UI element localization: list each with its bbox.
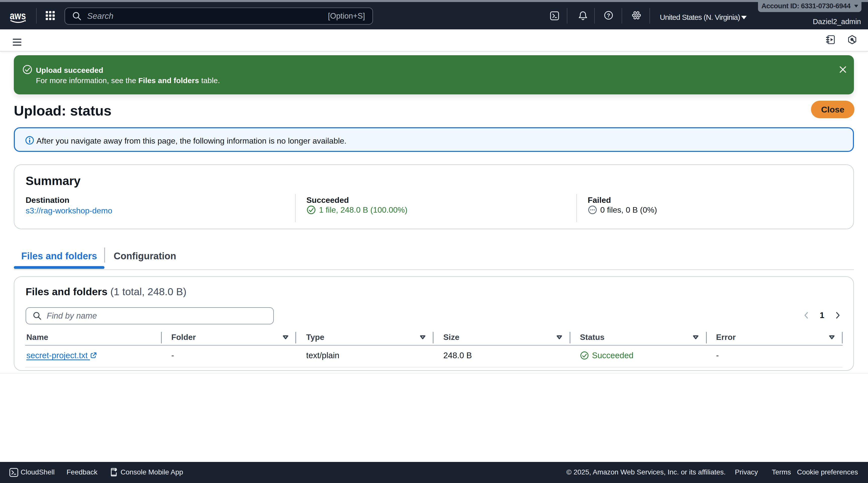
svg-text:?: ?	[607, 12, 610, 19]
svg-text:aws: aws	[10, 11, 26, 22]
